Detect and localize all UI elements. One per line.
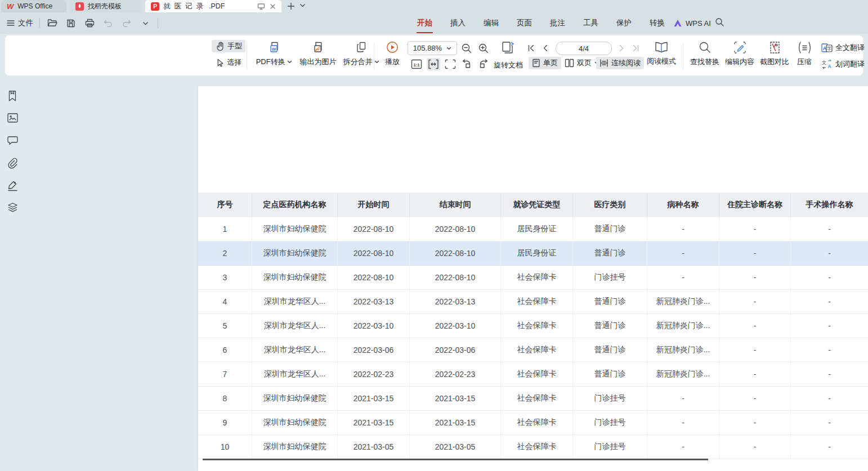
print-button[interactable] [83, 17, 96, 29]
full-translate-button[interactable]: A 字 全文翻译 [818, 42, 868, 54]
hand-tool-button[interactable]: 手型 [212, 40, 245, 52]
zoom-out-button[interactable] [460, 42, 473, 55]
table-cell: 6 [198, 338, 252, 362]
compress-icon [798, 41, 812, 54]
table-row: 3深圳市妇幼保健院2022-08-102022-08-10社会保障卡门诊挂号--… [198, 266, 868, 290]
table-cell: - [719, 217, 791, 241]
table-header-row: 序号 定点医药机构名称 开始时间 结束时间 就诊凭证类型 医疗类别 病种名称 住… [198, 192, 868, 217]
close-icon[interactable] [270, 3, 276, 10]
select-tool-button[interactable]: 选择 [212, 56, 245, 69]
select-tool-label: 选择 [227, 57, 241, 68]
last-page-button[interactable] [632, 44, 639, 52]
new-tab-button[interactable] [286, 1, 296, 11]
split-merge-icon [355, 41, 368, 54]
find-replace-button[interactable]: 查找替换 [687, 41, 722, 67]
table-cell: 深圳市龙华区人... [252, 290, 338, 314]
hand-tool-label: 手型 [227, 41, 242, 51]
table-cell: 社会保障卡 [501, 314, 573, 338]
fit-width-button[interactable] [427, 58, 440, 70]
column-header: 开始时间 [338, 192, 410, 217]
wps-ai-button[interactable]: WPS AI [673, 12, 711, 34]
menu-item-protect[interactable]: 保护 [616, 17, 632, 29]
svg-text:字: 字 [827, 46, 831, 51]
tab-document-pdf[interactable]: P 就医记录 .PDF [145, 0, 281, 12]
menu-search-button[interactable] [715, 17, 724, 27]
rotate-pages-button[interactable] [499, 40, 517, 56]
docer-icon [75, 2, 84, 11]
table-cell: 2021-03-15 [338, 411, 410, 435]
table-cell: 普通门诊 [573, 217, 647, 241]
tab-docer-templates[interactable]: 找稻壳模板 [70, 0, 142, 12]
undo-button[interactable] [102, 17, 114, 29]
zoom-level-select[interactable]: 105.88% [408, 41, 457, 55]
menu-item-tools[interactable]: 工具 [583, 17, 599, 29]
table-cell: - [647, 266, 719, 290]
zoom-in-button[interactable] [477, 42, 490, 55]
page-indicator-input[interactable]: 4/4 [556, 42, 612, 55]
edit-content-button[interactable]: 编辑内容 [722, 41, 757, 67]
table-cell: 深圳市妇幼保健院 [252, 217, 338, 241]
rotate-left-button[interactable] [460, 57, 473, 70]
table-cell: - [647, 435, 719, 459]
layers-panel-button[interactable] [7, 202, 19, 214]
record-table-body: 1深圳市妇幼保健院2022-08-102022-08-10居民身份证普通门诊--… [198, 217, 868, 459]
fit-page-button[interactable] [444, 58, 457, 70]
table-cell: 2021-03-05 [410, 435, 501, 459]
edit-content-label: 编辑内容 [725, 57, 754, 67]
table-cell: 7 [198, 362, 252, 387]
bookmark-panel-button[interactable] [7, 90, 19, 102]
word-translate-button[interactable]: 文 A 划词翻译 [818, 58, 868, 70]
comment-panel-button[interactable] [7, 135, 19, 147]
pdf-page[interactable]: 序号 定点医药机构名称 开始时间 结束时间 就诊凭证类型 医疗类别 病种名称 住… [198, 86, 868, 471]
split-merge-button[interactable]: 拆分合并 [341, 41, 382, 67]
open-file-button[interactable] [46, 17, 59, 29]
table-cell: 2021-03-15 [410, 387, 501, 411]
play-label: 播放 [385, 57, 400, 67]
table-cell: 2022-02-23 [410, 362, 501, 387]
horizontal-scrollbar[interactable] [203, 459, 708, 460]
table-row: 1深圳市妇幼保健院2022-08-102022-08-10居民身份证普通门诊--… [198, 217, 868, 241]
menu-item-convert[interactable]: 转换 [649, 17, 665, 29]
table-cell: 2021-03-15 [410, 411, 501, 435]
menu-item-insert[interactable]: 插入 [450, 17, 466, 29]
column-header: 序号 [198, 192, 252, 217]
compress-button[interactable]: 压缩 [791, 41, 818, 67]
menu-item-edit[interactable]: 编辑 [483, 17, 499, 29]
wps-ai-label: WPS AI [686, 19, 711, 28]
continuous-read-icon [599, 59, 609, 68]
menu-item-home[interactable]: 开始 [417, 17, 433, 29]
actual-size-button[interactable]: 1:1 [410, 58, 423, 70]
rotate-doc-label: 旋转文档 [494, 60, 523, 70]
menu-item-page[interactable]: 页面 [516, 17, 533, 29]
next-page-button[interactable] [619, 44, 625, 52]
redo-button[interactable] [120, 17, 133, 29]
continuous-read-button[interactable]: 连续阅读 [596, 57, 644, 69]
tab-wps-office[interactable]: W WPS Office [1, 0, 66, 12]
table-cell: - [647, 241, 719, 266]
rotate-right-button[interactable] [477, 57, 490, 70]
monitor-icon[interactable] [257, 3, 265, 10]
pdf-convert-button[interactable]: W PDF转换 [253, 41, 296, 67]
menu-item-comment[interactable]: 批注 [549, 17, 566, 29]
attachment-panel-button[interactable] [7, 158, 19, 170]
wps-ai-icon [673, 19, 682, 27]
divider [158, 18, 158, 28]
window-tab-bar: W WPS Office 找稻壳模板 P 就医记录 .PDF [0, 0, 868, 12]
tab-list-chevron-icon[interactable] [299, 2, 306, 8]
table-cell: 深圳市龙华区人... [252, 362, 338, 387]
table-cell: - [647, 387, 719, 411]
save-button[interactable] [65, 17, 77, 29]
menu-bar: 文件 开始 插入 编辑 页面 批注 工具 保护 转换 [0, 12, 868, 34]
export-image-button[interactable]: 输出为图片 [296, 41, 341, 67]
play-button[interactable]: 播放 [378, 41, 407, 67]
file-menu-button[interactable]: 文件 [7, 18, 33, 28]
first-page-button[interactable] [527, 44, 535, 52]
table-cell: - [791, 217, 868, 241]
signature-panel-button[interactable] [7, 180, 19, 192]
screenshot-compare-button[interactable]: 截图对比 [757, 41, 792, 67]
read-mode-button[interactable]: 阅读模式 [643, 41, 679, 66]
quick-access-chevron[interactable] [139, 17, 151, 29]
previous-page-button[interactable] [542, 44, 548, 52]
single-page-button[interactable]: 单页 [529, 57, 561, 69]
thumbnail-panel-button[interactable] [7, 113, 19, 125]
